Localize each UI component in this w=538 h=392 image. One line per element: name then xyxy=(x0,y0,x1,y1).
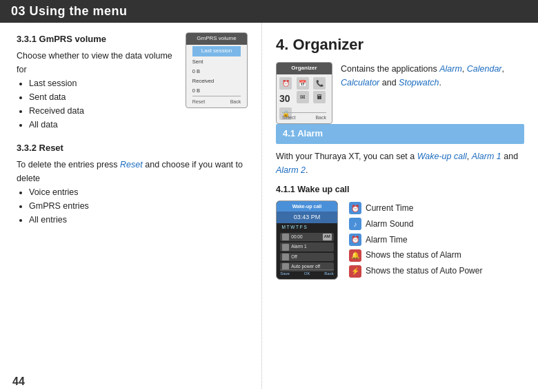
alarm-section-header: 4.1 Alarm xyxy=(276,124,524,144)
wup-row2: Alarm 1 xyxy=(280,243,333,251)
wup-row3-text: Off xyxy=(291,254,297,260)
subsection-411-title: 4.1.1 Wake up call xyxy=(276,183,524,196)
alarm1-link: Alarm 1 xyxy=(472,152,501,161)
org-icon-calendar: 📅 xyxy=(297,77,309,90)
phone-received-value: 0 B xyxy=(192,87,241,95)
org-30: 30 xyxy=(279,91,295,106)
wup-ok: OK xyxy=(304,271,310,278)
wup-icon1 xyxy=(282,234,289,240)
alarm2-link: Alarm 2 xyxy=(276,165,306,175)
section4-description: Contains the applications Alarm, Calenda… xyxy=(341,62,524,90)
desc-pre: Contains the applications xyxy=(341,64,439,74)
wup-bottom: Save OK Back xyxy=(280,269,333,278)
wup-row1: 00:00 AM xyxy=(280,233,333,241)
clock-icon: ⏰ xyxy=(349,202,361,214)
organizer-phone-image: Organizer ⏰ 📅 📞 30 ✉ 🖩 🔒 Select Back xyxy=(276,62,332,124)
org-bottom: Select Back xyxy=(282,112,326,121)
wup-title: Wake-up call xyxy=(277,201,337,212)
section-332: 3.3.2 Reset To delete the entries press … xyxy=(17,141,248,227)
phone-sent-label: Sent xyxy=(192,58,241,66)
wakeup-link: Wake-up call xyxy=(417,152,467,161)
desc-and: and xyxy=(379,78,399,87)
legend-item-alarm-time: ⏰ Alarm Time xyxy=(349,232,482,248)
shield-icon: 🔔 xyxy=(349,249,361,262)
legend-item-alarm-status: 🔔 Shows the status of Alarm xyxy=(349,247,482,263)
section-332-list: Voice entries GmPRS entries All entries xyxy=(17,185,248,227)
list-item: GmPRS entries xyxy=(29,199,248,213)
org-title: Organizer xyxy=(277,63,332,74)
right-column: 4. Organizer Organizer ⏰ 📅 📞 30 ✉ 🖩 🔒 Se… xyxy=(262,23,538,389)
reset-link: Reset xyxy=(120,160,143,169)
wup-row1-am: AM xyxy=(323,234,332,240)
wup-icon3 xyxy=(282,254,289,260)
section-332-title: 3.3.2 Reset xyxy=(17,141,248,156)
alarm-description: With your Thuraya XT, you can set a Wake… xyxy=(276,149,524,177)
wup-save: Save xyxy=(280,271,290,278)
phone-sent-value: 0 B xyxy=(192,68,241,76)
intro-text: To delete the entries press xyxy=(17,160,120,169)
phone-received-label: Received xyxy=(192,77,241,85)
org-back: Back xyxy=(315,114,326,121)
wup-time: 03:43 PM xyxy=(277,212,337,223)
wup-row3: Off xyxy=(280,253,333,261)
legend-item-alarm-sound: ♪ Alarm Sound xyxy=(349,216,482,232)
alarm-icon: ⏰ xyxy=(349,234,361,246)
wup-row1-text: 00:00 xyxy=(291,234,302,240)
desc-period: . xyxy=(439,78,441,87)
wup-back: Back xyxy=(324,271,333,278)
legend-current-time-label: Current Time xyxy=(366,200,413,216)
alarm-desc-mid: , xyxy=(467,152,472,161)
org-icon-alarm: ⏰ xyxy=(279,77,292,90)
section-332-intro: To delete the entries press Reset and ch… xyxy=(17,158,248,185)
gmprs-phone-image: GmPRS volume Last session Sent 0 B Recei… xyxy=(186,32,248,108)
power-icon: ⚡ xyxy=(349,265,361,278)
calculator-link: Calculator xyxy=(341,78,379,87)
wakeup-area: Wake-up call 03:43 PM M T W T F S 00:00 … xyxy=(276,200,524,280)
alarm-desc-pre: With your Thuraya XT, you can set a xyxy=(276,152,417,161)
org-icon-calc: 🖩 xyxy=(313,91,326,103)
org-icon-msg: ✉ xyxy=(297,91,309,103)
alarm-desc-and: and xyxy=(501,152,518,161)
list-item: Voice entries xyxy=(29,185,248,199)
phone-highlight: Last session xyxy=(192,46,241,56)
stopwatch-link: Stopwatch xyxy=(399,78,439,87)
legend-autopower-label: Shows the status of Auto Power xyxy=(366,263,482,279)
music-icon: ♪ xyxy=(349,218,361,230)
org-select: Select xyxy=(282,114,295,121)
legend-alarm-sound-label: Alarm Sound xyxy=(366,216,413,232)
desc-comma1: , xyxy=(462,64,467,74)
legend-list: ⏰ Current Time ♪ Alarm Sound ⏰ Alarm Tim… xyxy=(349,200,482,279)
org-icon-phone: 📞 xyxy=(313,77,326,90)
phone-bottom: Reset Back xyxy=(192,96,241,105)
wup-days: M T W T F S xyxy=(279,223,334,231)
page-header: 03 Using the menu xyxy=(0,0,538,23)
wup-icon2 xyxy=(282,244,289,251)
alarm-desc-end: . xyxy=(306,165,308,175)
list-item: All entries xyxy=(29,213,248,227)
desc-comma2: , xyxy=(502,64,504,74)
legend-alarm-status-label: Shows the status of Alarm xyxy=(366,247,461,263)
phone-title: GmPRS volume xyxy=(186,33,247,45)
phone-reset-btn: Reset xyxy=(192,98,205,105)
list-item: All data xyxy=(29,118,248,132)
legend-alarm-time-label: Alarm Time xyxy=(366,232,408,248)
alarm-link: Alarm xyxy=(439,64,462,74)
legend-item-current-time: ⏰ Current Time xyxy=(349,200,482,216)
section4-title: 4. Organizer xyxy=(276,32,524,56)
calendar-link: Calendar xyxy=(467,64,502,74)
legend-item-autopower-status: ⚡ Shows the status of Auto Power xyxy=(349,263,482,279)
wup-row2-text: Alarm 1 xyxy=(291,243,306,250)
header-title: 03 Using the menu xyxy=(11,4,128,18)
left-column: GmPRS volume Last session Sent 0 B Recei… xyxy=(0,23,262,389)
page-number: 44 xyxy=(12,375,25,388)
phone-back-btn: Back xyxy=(230,98,241,105)
wakeup-phone-image: Wake-up call 03:43 PM M T W T F S 00:00 … xyxy=(276,200,338,280)
